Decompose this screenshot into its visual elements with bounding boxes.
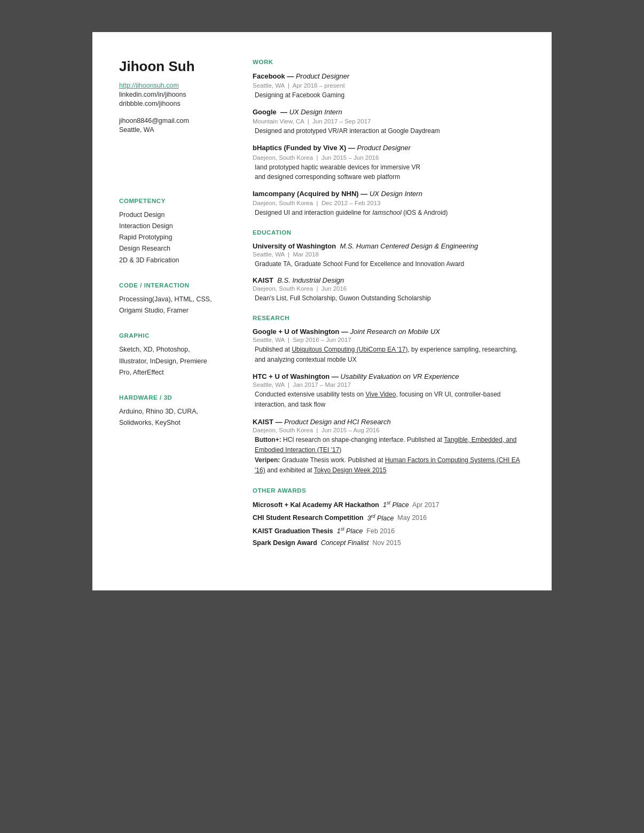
job-entry-google: Google — UX Design Intern Mountain View,… <box>253 107 525 136</box>
edu-header-kaist: KAIST B.S. Industrial Design <box>253 276 525 284</box>
job-header-facebook: Facebook — Product Designer <box>253 72 525 81</box>
dribbble-text: dribbble.com/jihoons <box>119 100 221 107</box>
website-link[interactable]: http://jihoonsuh.com <box>119 82 221 89</box>
research-header-google-uw: Google + U of Washington — Joint Researc… <box>253 328 525 336</box>
research-desc-kaist-veripen: Veripen: Graduate Thesis work. Published… <box>253 455 525 476</box>
research-meta-htc-uw: Seattle, WA | Jan 2017 – Mar 2017 <box>253 382 525 388</box>
research-entry-kaist: KAIST — Product Design and HCI Research … <box>253 418 525 476</box>
education-section: EDUCATION University of Washington M.S. … <box>253 229 525 303</box>
education-title: EDUCATION <box>253 229 525 236</box>
edu-desc-uw: Graduate TA, Graduate School Fund for Ex… <box>253 259 525 269</box>
award-entry-chi: CHI Student Research Competition 3rd Pla… <box>253 513 525 521</box>
research-entry-htc-uw: HTC + U of Washington — Usability Evalua… <box>253 372 525 410</box>
location-text: Seattle, WA <box>119 126 221 134</box>
edu-entry-uw: University of Washington M.S. Human Cent… <box>253 242 525 269</box>
awards-section: OTHER AWARDS Microsoft + Kal Academy AR … <box>253 487 525 546</box>
research-meta-kaist: Daejeon, South Korea | Jun 2015 – Aug 20… <box>253 427 525 433</box>
job-entry-facebook: Facebook — Product Designer Seattle, WA … <box>253 72 525 100</box>
edu-desc-kaist: Dean's List, Full Scholarship, Guwon Out… <box>253 293 525 303</box>
job-desc-iamcompany: Designed UI and interaction guideline fo… <box>253 208 525 217</box>
hardware-skills: Arduino, Rhino 3D, CURA, Solidworks, Key… <box>119 406 221 429</box>
competency-skills: Product Design Interaction Design Rapid … <box>119 209 221 266</box>
hardware-title: HARDWARE / 3D <box>119 394 221 401</box>
competency-title: COMPETENCY <box>119 198 221 204</box>
contact-group2: jihoon8846@gmail.com Seattle, WA <box>119 117 221 134</box>
job-header-bhaptics: bHaptics (Funded by Vive X) — Product De… <box>253 143 525 153</box>
research-section: RESEARCH Google + U of Washington — Join… <box>253 315 525 476</box>
code-skills: Processing(Java), HTML, CSS, Origami Stu… <box>119 294 221 317</box>
award-entry-spark: Spark Design Award Concept Finalist Nov … <box>253 539 525 547</box>
graphic-title: GRAPHIC <box>119 332 221 339</box>
research-desc-kaist-button: Button+: HCI research on shape-changing … <box>253 435 525 455</box>
job-meta-google: Mountain View, CA | Jun 2017 – Sep 2017 <box>253 118 525 124</box>
job-meta-facebook: Seattle, WA | Apr 2018 – present <box>253 82 525 89</box>
edu-header-uw: University of Washington M.S. Human Cent… <box>253 242 525 250</box>
work-section: WORK Facebook — Product Designer Seattle… <box>253 59 525 217</box>
job-header-iamcompany: Iamcompany (Acquired by NHN) — UX Design… <box>253 189 525 199</box>
work-title: WORK <box>253 59 525 65</box>
contact-group: http://jihoonsuh.com linkedin.com/in/jih… <box>119 82 221 107</box>
email-text: jihoon8846@gmail.com <box>119 117 221 124</box>
research-title: RESEARCH <box>253 315 525 321</box>
job-meta-iamcompany: Daejeon, South Korea | Dec 2012 – Feb 20… <box>253 200 525 206</box>
job-desc-google: Designed and prototyped VR/AR interactio… <box>253 126 525 136</box>
job-header-google: Google — UX Design Intern <box>253 107 525 117</box>
research-desc-google-uw: Published at Ubiquitous Computing (UbiCo… <box>253 345 525 365</box>
research-header-htc-uw: HTC + U of Washington — Usability Evalua… <box>253 372 525 380</box>
research-desc-htc-uw: Conducted extensive usability tests on V… <box>253 390 525 410</box>
skill-item: Rapid Prototyping <box>119 232 221 243</box>
code-title: CODE / INTERACTION <box>119 282 221 289</box>
job-desc-facebook: Designing at Facebook Gaming <box>253 90 525 100</box>
candidate-name: Jihoon Suh <box>119 59 221 74</box>
research-entry-google-uw: Google + U of Washington — Joint Researc… <box>253 328 525 365</box>
resume-document: Jihoon Suh http://jihoonsuh.com linkedin… <box>92 32 552 590</box>
award-entry-microsoft: Microsoft + Kal Academy AR Hackathon 1st… <box>253 500 525 509</box>
code-section: CODE / INTERACTION Processing(Java), HTM… <box>119 282 221 317</box>
job-entry-iamcompany: Iamcompany (Acquired by NHN) — UX Design… <box>253 189 525 217</box>
job-desc-bhaptics: Iand prototyped haptic wearable devices … <box>253 162 525 182</box>
skill-item: Product Design <box>119 209 221 221</box>
job-entry-bhaptics: bHaptics (Funded by Vive X) — Product De… <box>253 143 525 181</box>
research-meta-google-uw: Seattle, WA | Sep 2016 – Jun 2017 <box>253 337 525 343</box>
awards-title: OTHER AWARDS <box>253 487 525 494</box>
graphic-section: GRAPHIC Sketch, XD, Photoshop, Illustrat… <box>119 332 221 378</box>
edu-entry-kaist: KAIST B.S. Industrial Design Daejeon, So… <box>253 276 525 303</box>
graphic-skills: Sketch, XD, Photoshop, Illustrator, InDe… <box>119 344 221 378</box>
edu-meta-kaist: Daejeon, South Korea | Jun 2016 <box>253 285 525 292</box>
right-column: WORK Facebook — Product Designer Seattle… <box>237 59 525 558</box>
competency-section: COMPETENCY Product Design Interaction De… <box>119 198 221 266</box>
linkedin-text: linkedin.com/in/jihoons <box>119 91 221 98</box>
skill-item: 2D & 3D Fabrication <box>119 255 221 266</box>
hardware-section: HARDWARE / 3D Arduino, Rhino 3D, CURA, S… <box>119 394 221 429</box>
skill-item: Design Research <box>119 243 221 254</box>
job-meta-bhaptics: Daejeon, South Korea | Jun 2015 – Jun 20… <box>253 154 525 161</box>
left-column: Jihoon Suh http://jihoonsuh.com linkedin… <box>119 59 237 558</box>
skill-item: Interaction Design <box>119 221 221 232</box>
award-entry-kaist-thesis: KAIST Graduation Thesis 1st Place Feb 20… <box>253 526 525 535</box>
research-header-kaist: KAIST — Product Design and HCI Research <box>253 418 525 426</box>
edu-meta-uw: Seattle, WA | Mar 2018 <box>253 251 525 258</box>
